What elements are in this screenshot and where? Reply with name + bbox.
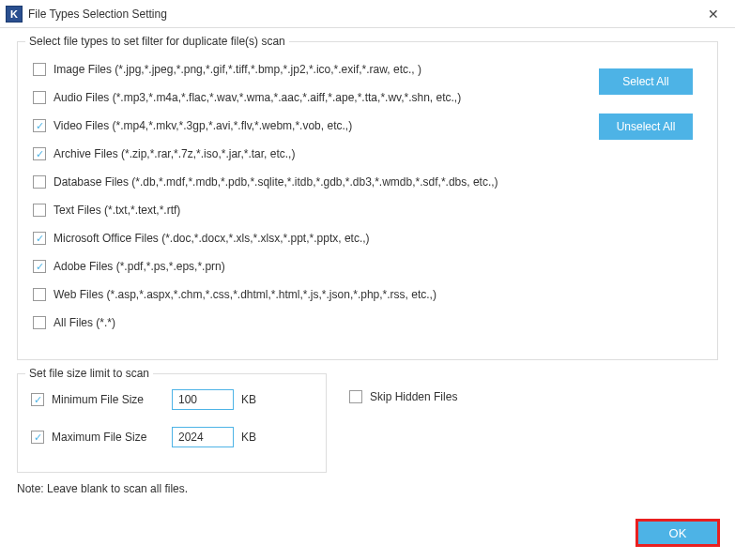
min-size-unit: KB (241, 393, 256, 406)
filetype-row: Video Files (*.mp4,*.mkv,*.3gp,*.avi,*.f… (33, 119, 599, 132)
filetype-row: Database Files (*.db,*.mdf,*.mdb,*.pdb,*… (33, 175, 599, 189)
filetype-row: Audio Files (*.mp3,*.m4a,*.flac,*.wav,*.… (33, 91, 599, 104)
titlebar: K File Types Selection Setting ✕ (0, 0, 735, 28)
filetype-label: Adobe Files (*.pdf,*.ps,*.eps,*.prn) (54, 260, 225, 273)
filetypes-list: Image Files (*.jpg,*.jpeg,*.png,*.gif,*.… (33, 55, 599, 344)
skip-hidden-checkbox[interactable] (349, 390, 362, 403)
filetype-checkbox[interactable] (33, 63, 46, 76)
size-groupbox: Set file size limit to scan Minimum File… (17, 373, 327, 473)
filetype-label: Text Files (*.txt,*.text,*.rtf) (54, 204, 180, 217)
filetype-checkbox[interactable] (33, 204, 46, 217)
filetype-row: Web Files (*.asp,*.aspx,*.chm,*.css,*.dh… (33, 288, 599, 301)
filetype-row: Archive Files (*.zip,*.rar,*.7z,*.iso,*.… (33, 147, 599, 160)
filetype-row: Image Files (*.jpg,*.jpeg,*.png,*.gif,*.… (33, 63, 599, 76)
filetype-label: Archive Files (*.zip,*.rar,*.7z,*.iso,*.… (54, 147, 295, 160)
filetype-label: Microsoft Office Files (*.doc,*.docx,*.x… (54, 232, 370, 245)
skip-hidden-label: Skip Hidden Files (370, 390, 457, 403)
filetype-checkbox[interactable] (33, 147, 46, 160)
filetype-checkbox[interactable] (33, 232, 46, 245)
select-all-button[interactable]: Select All (599, 68, 693, 95)
filetypes-groupbox: Select file types to set filter for dupl… (17, 41, 718, 360)
filetype-row: Text Files (*.txt,*.text,*.rtf) (33, 204, 599, 217)
max-size-checkbox[interactable] (31, 431, 44, 444)
filetype-label: All Files (*.*) (54, 316, 115, 329)
ok-button[interactable]: OK (635, 519, 720, 547)
filetype-row: All Files (*.*) (33, 316, 599, 329)
min-size-input[interactable] (172, 389, 234, 410)
filetypes-group-title: Select file types to set filter for dupl… (25, 35, 289, 48)
note-text: Note: Leave blank to scan all files. (17, 482, 718, 495)
close-icon[interactable]: ✕ (699, 7, 727, 22)
app-icon: K (6, 6, 23, 23)
max-size-unit: KB (241, 431, 256, 444)
max-size-label: Maximum File Size (52, 431, 146, 444)
filetype-checkbox[interactable] (33, 91, 46, 104)
size-group-title: Set file size limit to scan (25, 367, 153, 380)
filetype-row: Microsoft Office Files (*.doc,*.docx,*.x… (33, 232, 599, 245)
filetype-label: Database Files (*.db,*.mdf,*.mdb,*.pdb,*… (54, 175, 498, 189)
min-size-checkbox[interactable] (31, 393, 44, 406)
min-size-label: Minimum File Size (52, 393, 144, 406)
filetype-row: Adobe Files (*.pdf,*.ps,*.eps,*.prn) (33, 260, 599, 273)
unselect-all-button[interactable]: Unselect All (599, 114, 693, 140)
filetype-label: Web Files (*.asp,*.aspx,*.chm,*.css,*.dh… (54, 288, 436, 301)
filetype-label: Image Files (*.jpg,*.jpeg,*.png,*.gif,*.… (54, 63, 421, 76)
filetype-checkbox[interactable] (33, 119, 46, 132)
max-size-input[interactable] (172, 427, 234, 447)
filetype-label: Audio Files (*.mp3,*.m4a,*.flac,*.wav,*.… (54, 91, 461, 104)
filetype-label: Video Files (*.mp4,*.mkv,*.3gp,*.avi,*.f… (54, 119, 352, 132)
filetype-checkbox[interactable] (33, 288, 46, 301)
window-title: File Types Selection Setting (28, 8, 699, 21)
filetype-checkbox[interactable] (33, 316, 46, 329)
filetype-checkbox[interactable] (33, 260, 46, 273)
filetype-checkbox[interactable] (33, 175, 46, 189)
